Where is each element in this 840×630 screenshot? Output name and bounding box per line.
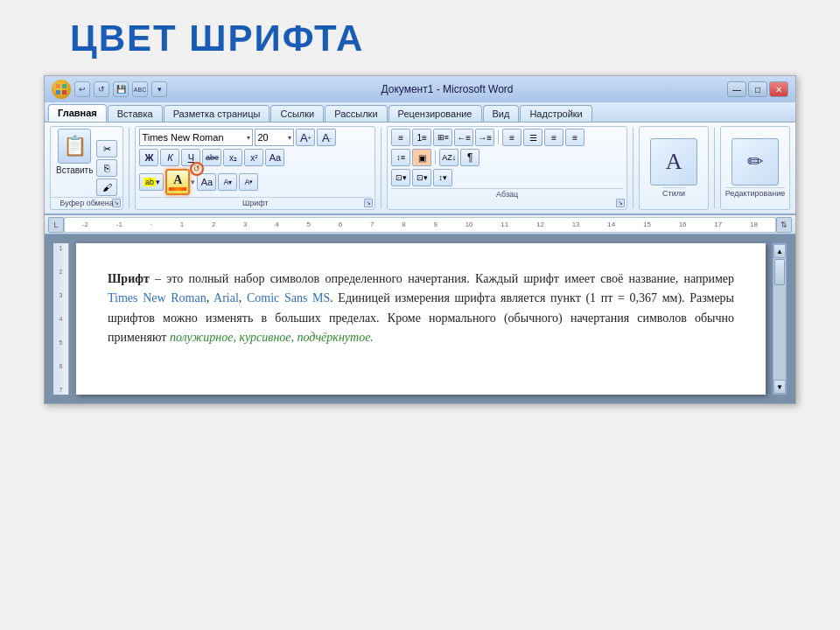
- office-button[interactable]: [52, 80, 71, 99]
- font-aa3-button[interactable]: A▾: [239, 173, 258, 191]
- italic-button[interactable]: К: [160, 149, 179, 166]
- font-label: Шрифт: [139, 197, 371, 207]
- para-sep-2: [435, 150, 436, 164]
- clear-format-button[interactable]: Aa: [265, 149, 284, 166]
- multilevel-button[interactable]: ⊞≡: [433, 129, 452, 146]
- subscript-button[interactable]: x₂: [223, 149, 242, 166]
- page-title: ЦВЕТ ШРИФТА: [70, 18, 364, 60]
- ruler-end-button[interactable]: ⇅: [776, 217, 792, 233]
- svg-rect-1: [62, 84, 66, 88]
- save-button[interactable]: 💾: [113, 81, 129, 97]
- word-window: ↩ ↺ 💾 ABC ▾ Документ1 - Microsoft Word —…: [44, 75, 796, 404]
- para-row-2: ↕≡ ▣ AZ↓ ¶: [391, 149, 623, 166]
- font-example-comic: Comic Sans MS: [247, 291, 330, 304]
- editing-icon[interactable]: ✏: [732, 138, 779, 186]
- para-sep: [498, 130, 499, 144]
- svg-rect-3: [62, 90, 66, 94]
- font-row-3: ab▾ A ▾ ↺ Aa A▾ A▾: [139, 169, 371, 195]
- shrink-font-button[interactable]: A-: [317, 129, 336, 146]
- align-right-button[interactable]: ≡: [544, 129, 564, 146]
- align-left-button[interactable]: ≡: [502, 129, 522, 146]
- tab-view[interactable]: Вид: [483, 105, 520, 122]
- border2-button[interactable]: ⊡▾: [412, 169, 431, 186]
- paste-button[interactable]: 📋: [58, 129, 91, 164]
- sort-button[interactable]: AZ↓: [439, 149, 458, 166]
- font-group: Times New Roman ▾ 20 ▾ A+ A- Ж К Ч abe x…: [135, 126, 375, 210]
- increase-indent-button[interactable]: →≡: [475, 129, 494, 146]
- copy-button[interactable]: ⎘: [96, 159, 117, 177]
- cut-button[interactable]: ✂: [96, 140, 117, 158]
- tab-insert[interactable]: Вставка: [108, 105, 163, 122]
- font-color-button[interactable]: A: [165, 169, 190, 195]
- font-size-value: 20: [257, 132, 268, 143]
- bullets-button[interactable]: ≡: [391, 129, 410, 146]
- tab-mailings[interactable]: Рассылки: [325, 105, 387, 122]
- font-color-dropdown-arrow[interactable]: ▾: [191, 178, 195, 186]
- border-button[interactable]: ⊡▾: [391, 169, 410, 186]
- scroll-thumb[interactable]: [774, 259, 785, 285]
- decrease-indent-button[interactable]: ←≡: [454, 129, 473, 146]
- tab-home[interactable]: Главная: [48, 104, 107, 122]
- v-ruler-marks: 1 2 3 4 5 6 7: [60, 245, 63, 393]
- styles-icon[interactable]: A: [650, 138, 697, 186]
- ruler-tab-button[interactable]: L: [48, 217, 64, 233]
- sep-3: [633, 128, 634, 208]
- font-aa2-button[interactable]: A▾: [218, 173, 237, 191]
- tab-addins[interactable]: Надстройки: [520, 105, 592, 122]
- shading-button[interactable]: ▣: [412, 149, 431, 166]
- clipboard-group: 📋 Вставить ✂ ⎘ 🖌 ↘ Буфер обмена: [50, 126, 123, 210]
- undo-button[interactable]: ↩: [74, 81, 90, 97]
- paragraph-label: Абзац: [391, 188, 623, 199]
- font-example-tnr: Times New Roman: [108, 291, 206, 304]
- scroll-down-button[interactable]: ▼: [774, 380, 786, 394]
- minimize-button[interactable]: —: [727, 81, 746, 97]
- editing-pencil-icon: ✏: [747, 150, 763, 173]
- line-spacing-button[interactable]: ↕≡: [391, 149, 410, 166]
- svg-rect-0: [56, 84, 60, 88]
- para-row-1: ≡ 1≡ ⊞≡ ←≡ →≡ ≡ ☰ ≡ ≡: [391, 129, 623, 146]
- vertical-scrollbar[interactable]: ▲ ▼: [773, 243, 787, 395]
- font-color-a-icon: A: [173, 174, 182, 186]
- font-name-arrow-icon: ▾: [247, 134, 250, 142]
- redo-button[interactable]: ↺: [94, 81, 109, 97]
- dropdown-button[interactable]: ▾: [151, 81, 167, 97]
- paragraph-group: ≡ 1≡ ⊞≡ ←≡ →≡ ≡ ☰ ≡ ≡ ↕≡ ▣ AZ↓ ¶ ⊡▾ ⊡▾: [387, 126, 627, 210]
- editing-label: Редактирование: [725, 187, 786, 198]
- ruler: L -2 -1 · 1 2 3 4 5 6 7 8 9 10 11 12 13 …: [45, 215, 795, 234]
- font-size-dropdown[interactable]: 20 ▾: [255, 129, 294, 146]
- font-size-arrow-icon: ▾: [288, 134, 291, 142]
- tab-page-layout[interactable]: Разметка страницы: [164, 105, 270, 122]
- highlight-button[interactable]: ab▾: [139, 173, 164, 191]
- show-formatting-button[interactable]: ¶: [460, 149, 480, 166]
- para-row-3: ⊡▾ ⊡▾ ↕▾: [391, 169, 623, 186]
- document-page: Шрифт – это полный набор символов опреде…: [76, 243, 766, 395]
- font-row-2: Ж К Ч abe x₂ x² Aa: [139, 149, 371, 166]
- ruler-scale: -2 -1 · 1 2 3 4 5 6 7 8 9 10 11 12 13 14…: [64, 217, 776, 233]
- border-spacing-button[interactable]: ↕▾: [433, 169, 452, 186]
- format-painter-button[interactable]: 🖌: [96, 178, 117, 196]
- styles-a-icon: A: [666, 149, 682, 175]
- ribbon: 📋 Вставить ✂ ⎘ 🖌 ↘ Буфер обмена Times Ne…: [45, 122, 795, 215]
- window-title: Документ1 - Microsoft Word: [167, 83, 727, 95]
- tab-references[interactable]: Ссылки: [270, 105, 324, 122]
- sep-4: [714, 128, 715, 208]
- close-button[interactable]: ✕: [769, 81, 788, 97]
- maximize-button[interactable]: □: [748, 81, 767, 97]
- justify-button[interactable]: ≡: [565, 129, 584, 146]
- tab-review[interactable]: Рецензирование: [388, 105, 482, 122]
- paste-area: 📋 Вставить: [56, 129, 93, 207]
- bold-button[interactable]: Ж: [139, 149, 158, 166]
- spellcheck-button[interactable]: ABC: [132, 81, 148, 97]
- paragraph-expand-button[interactable]: ↘: [616, 199, 625, 207]
- align-center-button[interactable]: ☰: [523, 129, 542, 146]
- grow-font-button[interactable]: A+: [296, 129, 315, 146]
- numbering-button[interactable]: 1≡: [412, 129, 431, 146]
- editing-group: ✏ Редактирование: [720, 126, 790, 210]
- font-name-dropdown[interactable]: Times New Roman ▾: [139, 129, 253, 146]
- font-expand-button[interactable]: ↘: [364, 199, 373, 207]
- font-name-value: Times New Roman: [142, 132, 223, 143]
- font-aa-button[interactable]: Aa: [197, 173, 216, 191]
- superscript-button[interactable]: x²: [244, 149, 263, 166]
- strikethrough-button[interactable]: abe: [202, 149, 221, 166]
- scroll-up-button[interactable]: ▲: [774, 244, 786, 258]
